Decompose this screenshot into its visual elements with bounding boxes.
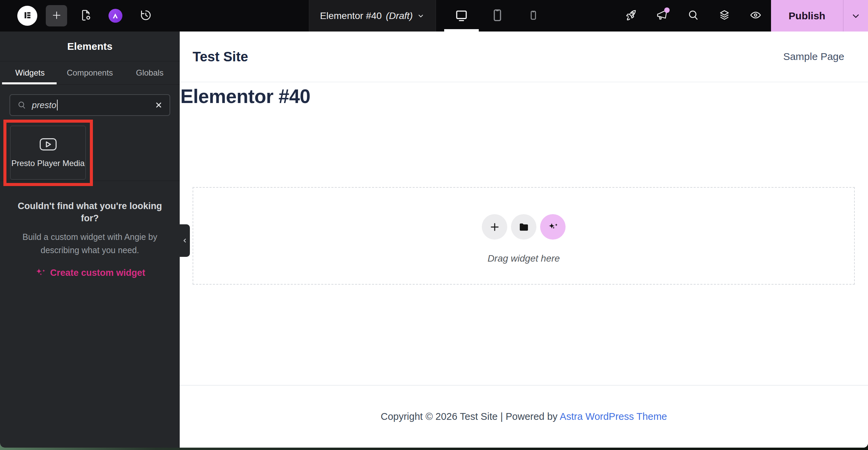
layers-icon bbox=[718, 9, 731, 23]
astra-icon bbox=[108, 9, 122, 23]
widget-dropzone[interactable]: Drag widget here bbox=[193, 187, 855, 285]
page-settings-icon bbox=[79, 9, 92, 23]
panel-collapse-handle[interactable] bbox=[179, 224, 190, 257]
elementor-menu-button[interactable] bbox=[17, 6, 37, 26]
dropzone-buttons bbox=[482, 214, 566, 240]
ai-builder-button[interactable] bbox=[540, 214, 566, 240]
topbar-utility-icons bbox=[625, 0, 762, 32]
astra-theme-link[interactable]: Astra WordPress Theme bbox=[560, 411, 667, 422]
clear-search-button[interactable] bbox=[155, 101, 163, 109]
app-window: Elementor #40 (Draft) bbox=[0, 0, 868, 448]
structure-button[interactable] bbox=[718, 9, 731, 22]
template-library-button[interactable] bbox=[511, 214, 536, 240]
search-icon bbox=[687, 9, 699, 23]
chevron-down-icon bbox=[417, 12, 425, 20]
desktop-icon bbox=[454, 8, 469, 24]
editor-canvas: Test Site Sample Page Elementor #40 bbox=[180, 32, 868, 448]
top-bar: Elementor #40 (Draft) bbox=[0, 0, 868, 32]
notification-dot bbox=[664, 7, 670, 13]
tab-widgets[interactable]: Widgets bbox=[0, 61, 60, 84]
help-heading: Couldn't find what you're looking for? bbox=[13, 200, 167, 224]
folder-icon bbox=[518, 221, 530, 233]
widget-card-label: Presto Player Media bbox=[11, 159, 84, 168]
document-switcher[interactable]: Elementor #40 (Draft) bbox=[309, 0, 436, 32]
plus-icon bbox=[489, 221, 500, 233]
sparkles-icon bbox=[35, 267, 46, 279]
page-title: Elementor #40 bbox=[180, 85, 310, 107]
copyright-text: Copyright © 2026 Test Site | Powered by bbox=[381, 411, 560, 422]
page-settings-button[interactable] bbox=[77, 0, 94, 32]
nav-link-sample-page[interactable]: Sample Page bbox=[783, 51, 844, 62]
publish-options-button[interactable] bbox=[843, 0, 868, 32]
site-title[interactable]: Test Site bbox=[193, 49, 248, 64]
dropzone-hint: Drag widget here bbox=[488, 253, 560, 264]
tab-globals[interactable]: Globals bbox=[120, 61, 180, 84]
help-body: Build a custom widget with Angie by desc… bbox=[13, 230, 167, 257]
footer-divider bbox=[180, 385, 868, 386]
video-play-icon bbox=[39, 138, 57, 152]
whats-new-button[interactable] bbox=[656, 9, 668, 22]
responsive-device-switcher bbox=[443, 0, 551, 32]
history-button[interactable] bbox=[138, 0, 154, 32]
eye-icon bbox=[749, 9, 762, 23]
history-icon bbox=[139, 9, 152, 23]
document-title: Elementor #40 bbox=[320, 11, 382, 21]
preview-button[interactable] bbox=[749, 9, 762, 22]
panel-header: Elements bbox=[0, 32, 180, 61]
create-custom-widget-label: Create custom widget bbox=[50, 268, 145, 278]
device-mobile-button[interactable] bbox=[515, 0, 551, 32]
elements-panel: Elements Widgets Components Globals pres… bbox=[0, 32, 180, 448]
device-desktop-button[interactable] bbox=[443, 0, 479, 32]
plus-icon bbox=[51, 10, 62, 22]
tab-components[interactable]: Components bbox=[60, 61, 120, 84]
results-divider bbox=[0, 181, 180, 181]
add-element-button[interactable] bbox=[46, 5, 67, 26]
finder-search-button[interactable] bbox=[687, 9, 699, 22]
astra-ai-button[interactable] bbox=[108, 0, 123, 32]
search-icon bbox=[17, 100, 26, 110]
widget-card-presto-player-media[interactable]: Presto Player Media bbox=[10, 126, 86, 180]
publish-button[interactable]: Publish bbox=[771, 0, 843, 32]
chevron-down-icon bbox=[851, 11, 861, 21]
sparkles-icon bbox=[547, 221, 559, 233]
create-custom-widget-link[interactable]: Create custom widget bbox=[35, 267, 145, 279]
widget-search-input[interactable]: presto bbox=[9, 94, 170, 116]
help-block: Couldn't find what you're looking for? B… bbox=[0, 200, 180, 280]
panel-tabs: Widgets Components Globals bbox=[0, 61, 180, 85]
add-section-button[interactable] bbox=[482, 214, 507, 240]
text-caret bbox=[57, 100, 58, 110]
device-tablet-button[interactable] bbox=[479, 0, 515, 32]
panel-title: Elements bbox=[67, 41, 112, 52]
chevron-left-icon bbox=[181, 237, 188, 244]
site-footer: Copyright © 2026 Test Site | Powered by … bbox=[180, 411, 868, 422]
publish-button-group: Publish bbox=[771, 0, 868, 32]
mobile-icon bbox=[527, 9, 540, 23]
site-header: Test Site Sample Page bbox=[180, 32, 868, 82]
elementor-logo-icon bbox=[22, 9, 33, 22]
launchpad-button[interactable] bbox=[625, 9, 637, 22]
tablet-icon bbox=[490, 8, 505, 24]
search-query-text: presto bbox=[32, 100, 56, 110]
rocket-icon bbox=[625, 9, 637, 23]
document-status-badge: (Draft) bbox=[386, 11, 413, 21]
